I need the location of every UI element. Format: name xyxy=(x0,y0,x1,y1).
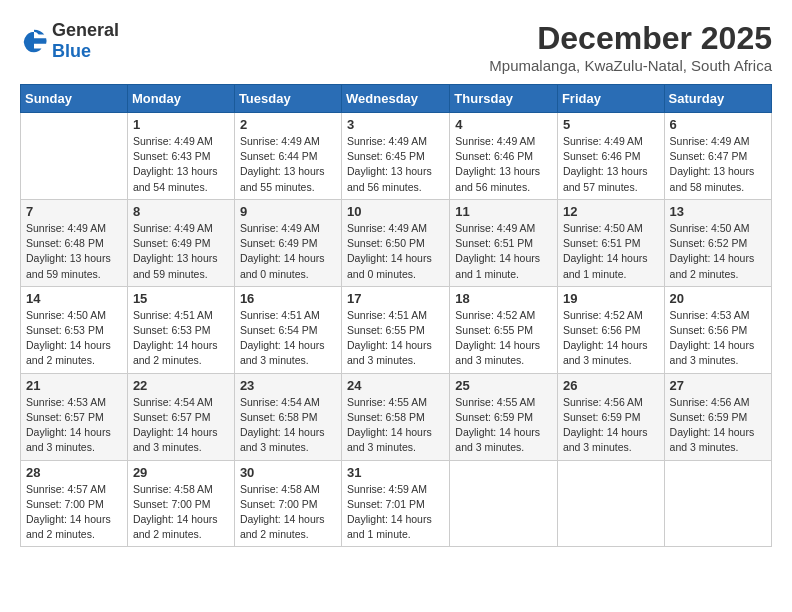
calendar-table: SundayMondayTuesdayWednesdayThursdayFrid… xyxy=(20,84,772,547)
calendar-cell: 21Sunrise: 4:53 AM Sunset: 6:57 PM Dayli… xyxy=(21,373,128,460)
day-number: 6 xyxy=(670,117,766,132)
calendar-cell: 13Sunrise: 4:50 AM Sunset: 6:52 PM Dayli… xyxy=(664,199,771,286)
day-info: Sunrise: 4:49 AM Sunset: 6:50 PM Dayligh… xyxy=(347,221,444,282)
day-number: 26 xyxy=(563,378,659,393)
day-info: Sunrise: 4:53 AM Sunset: 6:57 PM Dayligh… xyxy=(26,395,122,456)
day-number: 8 xyxy=(133,204,229,219)
day-number: 20 xyxy=(670,291,766,306)
column-header-thursday: Thursday xyxy=(450,85,558,113)
day-number: 9 xyxy=(240,204,336,219)
day-info: Sunrise: 4:54 AM Sunset: 6:57 PM Dayligh… xyxy=(133,395,229,456)
column-header-sunday: Sunday xyxy=(21,85,128,113)
calendar-body: 1Sunrise: 4:49 AM Sunset: 6:43 PM Daylig… xyxy=(21,113,772,547)
calendar-cell: 29Sunrise: 4:58 AM Sunset: 7:00 PM Dayli… xyxy=(127,460,234,547)
calendar-cell xyxy=(450,460,558,547)
calendar-cell: 1Sunrise: 4:49 AM Sunset: 6:43 PM Daylig… xyxy=(127,113,234,200)
day-info: Sunrise: 4:49 AM Sunset: 6:45 PM Dayligh… xyxy=(347,134,444,195)
day-number: 24 xyxy=(347,378,444,393)
page-header: General Blue December 2025 Mpumalanga, K… xyxy=(20,20,772,74)
day-info: Sunrise: 4:49 AM Sunset: 6:49 PM Dayligh… xyxy=(240,221,336,282)
day-number: 11 xyxy=(455,204,552,219)
day-info: Sunrise: 4:51 AM Sunset: 6:53 PM Dayligh… xyxy=(133,308,229,369)
calendar-cell: 11Sunrise: 4:49 AM Sunset: 6:51 PM Dayli… xyxy=(450,199,558,286)
day-number: 17 xyxy=(347,291,444,306)
day-info: Sunrise: 4:52 AM Sunset: 6:55 PM Dayligh… xyxy=(455,308,552,369)
calendar-cell: 4Sunrise: 4:49 AM Sunset: 6:46 PM Daylig… xyxy=(450,113,558,200)
calendar-cell: 19Sunrise: 4:52 AM Sunset: 6:56 PM Dayli… xyxy=(557,286,664,373)
day-number: 19 xyxy=(563,291,659,306)
day-number: 22 xyxy=(133,378,229,393)
calendar-cell: 12Sunrise: 4:50 AM Sunset: 6:51 PM Dayli… xyxy=(557,199,664,286)
day-info: Sunrise: 4:58 AM Sunset: 7:00 PM Dayligh… xyxy=(240,482,336,543)
day-info: Sunrise: 4:59 AM Sunset: 7:01 PM Dayligh… xyxy=(347,482,444,543)
day-info: Sunrise: 4:49 AM Sunset: 6:48 PM Dayligh… xyxy=(26,221,122,282)
day-number: 2 xyxy=(240,117,336,132)
day-number: 7 xyxy=(26,204,122,219)
calendar-cell: 15Sunrise: 4:51 AM Sunset: 6:53 PM Dayli… xyxy=(127,286,234,373)
day-info: Sunrise: 4:49 AM Sunset: 6:46 PM Dayligh… xyxy=(455,134,552,195)
day-info: Sunrise: 4:50 AM Sunset: 6:52 PM Dayligh… xyxy=(670,221,766,282)
day-number: 27 xyxy=(670,378,766,393)
calendar-cell: 23Sunrise: 4:54 AM Sunset: 6:58 PM Dayli… xyxy=(234,373,341,460)
logo-general: General xyxy=(52,20,119,40)
day-info: Sunrise: 4:51 AM Sunset: 6:54 PM Dayligh… xyxy=(240,308,336,369)
day-info: Sunrise: 4:49 AM Sunset: 6:43 PM Dayligh… xyxy=(133,134,229,195)
calendar-cell xyxy=(21,113,128,200)
calendar-cell: 6Sunrise: 4:49 AM Sunset: 6:47 PM Daylig… xyxy=(664,113,771,200)
day-info: Sunrise: 4:49 AM Sunset: 6:46 PM Dayligh… xyxy=(563,134,659,195)
column-header-tuesday: Tuesday xyxy=(234,85,341,113)
day-number: 12 xyxy=(563,204,659,219)
day-info: Sunrise: 4:50 AM Sunset: 6:53 PM Dayligh… xyxy=(26,308,122,369)
day-number: 29 xyxy=(133,465,229,480)
calendar-cell: 10Sunrise: 4:49 AM Sunset: 6:50 PM Dayli… xyxy=(342,199,450,286)
month-title: December 2025 xyxy=(489,20,772,57)
logo-icon xyxy=(20,27,48,55)
day-number: 5 xyxy=(563,117,659,132)
day-info: Sunrise: 4:50 AM Sunset: 6:51 PM Dayligh… xyxy=(563,221,659,282)
calendar-header: SundayMondayTuesdayWednesdayThursdayFrid… xyxy=(21,85,772,113)
calendar-cell: 20Sunrise: 4:53 AM Sunset: 6:56 PM Dayli… xyxy=(664,286,771,373)
column-header-saturday: Saturday xyxy=(664,85,771,113)
calendar-week-4: 21Sunrise: 4:53 AM Sunset: 6:57 PM Dayli… xyxy=(21,373,772,460)
day-info: Sunrise: 4:55 AM Sunset: 6:58 PM Dayligh… xyxy=(347,395,444,456)
day-info: Sunrise: 4:49 AM Sunset: 6:44 PM Dayligh… xyxy=(240,134,336,195)
calendar-cell: 28Sunrise: 4:57 AM Sunset: 7:00 PM Dayli… xyxy=(21,460,128,547)
day-number: 30 xyxy=(240,465,336,480)
calendar-cell: 14Sunrise: 4:50 AM Sunset: 6:53 PM Dayli… xyxy=(21,286,128,373)
day-number: 1 xyxy=(133,117,229,132)
column-header-monday: Monday xyxy=(127,85,234,113)
day-info: Sunrise: 4:49 AM Sunset: 6:49 PM Dayligh… xyxy=(133,221,229,282)
calendar-cell: 26Sunrise: 4:56 AM Sunset: 6:59 PM Dayli… xyxy=(557,373,664,460)
calendar-cell: 3Sunrise: 4:49 AM Sunset: 6:45 PM Daylig… xyxy=(342,113,450,200)
logo: General Blue xyxy=(20,20,119,62)
calendar-cell: 7Sunrise: 4:49 AM Sunset: 6:48 PM Daylig… xyxy=(21,199,128,286)
day-number: 23 xyxy=(240,378,336,393)
column-header-friday: Friday xyxy=(557,85,664,113)
day-number: 3 xyxy=(347,117,444,132)
day-info: Sunrise: 4:56 AM Sunset: 6:59 PM Dayligh… xyxy=(670,395,766,456)
day-info: Sunrise: 4:57 AM Sunset: 7:00 PM Dayligh… xyxy=(26,482,122,543)
calendar-cell xyxy=(557,460,664,547)
day-number: 10 xyxy=(347,204,444,219)
title-block: December 2025 Mpumalanga, KwaZulu-Natal,… xyxy=(489,20,772,74)
calendar-cell: 5Sunrise: 4:49 AM Sunset: 6:46 PM Daylig… xyxy=(557,113,664,200)
calendar-cell: 2Sunrise: 4:49 AM Sunset: 6:44 PM Daylig… xyxy=(234,113,341,200)
calendar-cell: 25Sunrise: 4:55 AM Sunset: 6:59 PM Dayli… xyxy=(450,373,558,460)
calendar-cell: 27Sunrise: 4:56 AM Sunset: 6:59 PM Dayli… xyxy=(664,373,771,460)
day-number: 13 xyxy=(670,204,766,219)
calendar-cell: 8Sunrise: 4:49 AM Sunset: 6:49 PM Daylig… xyxy=(127,199,234,286)
calendar-week-1: 1Sunrise: 4:49 AM Sunset: 6:43 PM Daylig… xyxy=(21,113,772,200)
day-number: 25 xyxy=(455,378,552,393)
calendar-cell: 22Sunrise: 4:54 AM Sunset: 6:57 PM Dayli… xyxy=(127,373,234,460)
logo-text: General Blue xyxy=(52,20,119,62)
day-info: Sunrise: 4:52 AM Sunset: 6:56 PM Dayligh… xyxy=(563,308,659,369)
day-info: Sunrise: 4:58 AM Sunset: 7:00 PM Dayligh… xyxy=(133,482,229,543)
day-info: Sunrise: 4:53 AM Sunset: 6:56 PM Dayligh… xyxy=(670,308,766,369)
calendar-cell: 18Sunrise: 4:52 AM Sunset: 6:55 PM Dayli… xyxy=(450,286,558,373)
day-number: 31 xyxy=(347,465,444,480)
day-info: Sunrise: 4:49 AM Sunset: 6:51 PM Dayligh… xyxy=(455,221,552,282)
calendar-cell: 30Sunrise: 4:58 AM Sunset: 7:00 PM Dayli… xyxy=(234,460,341,547)
day-info: Sunrise: 4:55 AM Sunset: 6:59 PM Dayligh… xyxy=(455,395,552,456)
day-info: Sunrise: 4:51 AM Sunset: 6:55 PM Dayligh… xyxy=(347,308,444,369)
day-number: 4 xyxy=(455,117,552,132)
